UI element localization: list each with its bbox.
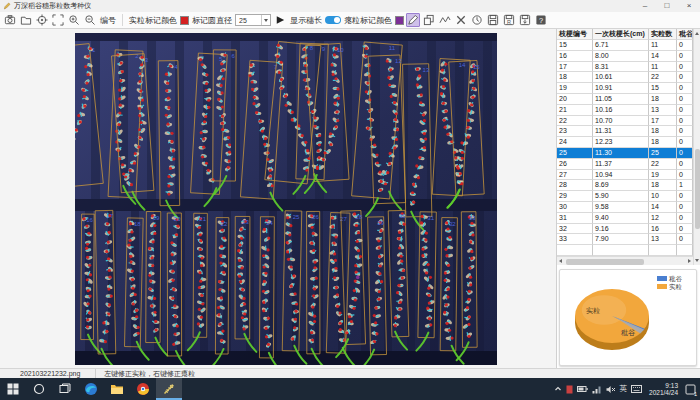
language-indicator[interactable]: 英 bbox=[620, 384, 628, 394]
save-icon[interactable] bbox=[486, 13, 500, 27]
scroll-right-icon[interactable] bbox=[688, 259, 691, 263]
number-button[interactable]: 编号 bbox=[99, 15, 117, 26]
table-cell: 7.90 bbox=[593, 234, 649, 245]
seed-analyzer-app-button[interactable] bbox=[156, 378, 182, 400]
table-row[interactable]: 2011.05180 bbox=[557, 94, 693, 105]
table-cell: 0 bbox=[677, 94, 693, 105]
table-row[interactable]: 2412.23180 bbox=[557, 137, 693, 148]
tray-expand-chevron-icon[interactable] bbox=[554, 385, 562, 393]
search-button[interactable] bbox=[26, 378, 52, 400]
column-header[interactable]: 一次枝梗长(cm) bbox=[593, 29, 649, 40]
file-explorer-icon[interactable] bbox=[104, 378, 130, 400]
filled-color-swatch[interactable] bbox=[180, 16, 189, 25]
maximize-button[interactable]: □ bbox=[656, 0, 678, 12]
delete-icon[interactable] bbox=[454, 13, 468, 27]
polyline-icon[interactable] bbox=[438, 13, 452, 27]
table-row[interactable]: 2210.70170 bbox=[557, 116, 693, 127]
table-row[interactable]: 319.40120 bbox=[557, 213, 693, 224]
svg-text:22: 22 bbox=[221, 221, 228, 227]
table-row[interactable]: 329.16160 bbox=[557, 224, 693, 235]
empty-table-row bbox=[557, 245, 693, 256]
table-cell: 29 bbox=[557, 191, 593, 202]
table-row[interactable]: 2611.37220 bbox=[557, 159, 693, 170]
table-cell: 22 bbox=[557, 116, 593, 127]
table-row[interactable]: 2311.31180 bbox=[557, 126, 693, 137]
volume-muted-icon[interactable] bbox=[606, 385, 616, 394]
table-row[interactable]: 288.69181 bbox=[557, 180, 693, 191]
vertical-scroll-thumb[interactable] bbox=[695, 149, 700, 229]
start-button[interactable] bbox=[0, 378, 26, 400]
horizontal-scroll-thumb[interactable] bbox=[566, 259, 644, 265]
clock[interactable]: 9:13 2021/4/24 bbox=[646, 382, 681, 397]
svg-text:21: 21 bbox=[199, 216, 206, 222]
empty-color-swatch[interactable] bbox=[395, 16, 404, 25]
table-row[interactable]: 309.58140 bbox=[557, 202, 693, 213]
table-cell: 14 bbox=[649, 202, 677, 213]
table-row[interactable]: 168.00140 bbox=[557, 51, 693, 62]
table-cell: 11.05 bbox=[593, 94, 649, 105]
table-row[interactable]: 337.90130 bbox=[557, 234, 693, 245]
zoom-in-icon[interactable] bbox=[67, 13, 81, 27]
table-cell: 16 bbox=[649, 224, 677, 235]
table-row[interactable]: 2710.94190 bbox=[557, 170, 693, 181]
camera-icon[interactable] bbox=[3, 13, 17, 27]
diameter-combobox[interactable]: 25 bbox=[235, 14, 271, 26]
help-icon[interactable]: ? bbox=[534, 13, 548, 27]
svg-text:16: 16 bbox=[86, 217, 93, 223]
svg-text:实粒: 实粒 bbox=[586, 307, 600, 314]
table-row[interactable]: 156.71110 bbox=[557, 40, 693, 51]
table-vertical-scrollbar[interactable] bbox=[693, 29, 700, 265]
table-cell: 0 bbox=[677, 83, 693, 94]
table-row[interactable]: 295.90100 bbox=[557, 191, 693, 202]
edge-browser-icon[interactable] bbox=[78, 378, 104, 400]
tray-app-icon[interactable] bbox=[566, 385, 573, 394]
table-cell: 32 bbox=[557, 224, 593, 235]
touch-keyboard-icon[interactable] bbox=[631, 385, 642, 393]
table-row[interactable]: 178.31110 bbox=[557, 62, 693, 73]
table-row[interactable]: 1810.61220 bbox=[557, 72, 693, 83]
chevron-down-icon[interactable] bbox=[261, 15, 270, 25]
panicle-photo[interactable]: 1234567891011121314151617181920212223242… bbox=[75, 33, 497, 365]
table-horizontal-scrollbar[interactable] bbox=[557, 256, 693, 265]
empty-color-label: 瘪粒标记颜色 bbox=[343, 15, 393, 26]
column-header[interactable]: 枝梗编号 bbox=[557, 29, 593, 40]
pencil-tool-icon[interactable] bbox=[406, 13, 420, 27]
browser-icon[interactable] bbox=[130, 378, 156, 400]
scroll-left-icon[interactable] bbox=[559, 259, 562, 263]
show-length-toggle[interactable] bbox=[325, 16, 341, 24]
table-cell: 12 bbox=[649, 213, 677, 224]
mouse-hint: 左键修正实粒，右键修正瘪粒 bbox=[96, 369, 195, 379]
table-row[interactable]: 2511.30250 bbox=[557, 148, 693, 159]
network-icon[interactable] bbox=[592, 385, 602, 394]
table-cell: 0 bbox=[677, 40, 693, 51]
column-header[interactable]: 秕谷数 bbox=[677, 29, 693, 40]
notification-center-icon[interactable]: 1 bbox=[685, 384, 696, 395]
zoom-out-icon[interactable] bbox=[83, 13, 97, 27]
save-image-icon[interactable] bbox=[518, 13, 532, 27]
task-view-button[interactable] bbox=[52, 378, 78, 400]
grain-table[interactable]: 枝梗编号一次枝梗长(cm)实粒数秕谷数156.71110168.00140178… bbox=[557, 29, 693, 256]
save-report-icon[interactable]: R bbox=[502, 13, 516, 27]
svg-text:33: 33 bbox=[469, 215, 476, 221]
table-cell: 0 bbox=[677, 148, 693, 159]
target-icon[interactable] bbox=[35, 13, 49, 27]
copy-icon[interactable] bbox=[422, 13, 436, 27]
table-row[interactable]: 1910.91150 bbox=[557, 83, 693, 94]
close-button[interactable]: × bbox=[678, 0, 700, 12]
table-row[interactable]: 2110.16130 bbox=[557, 105, 693, 116]
table-cell: 0 bbox=[677, 191, 693, 202]
history-icon[interactable] bbox=[470, 13, 484, 27]
open-folder-icon[interactable] bbox=[19, 13, 33, 27]
play-button[interactable] bbox=[273, 13, 287, 27]
fit-screen-icon[interactable] bbox=[51, 13, 65, 27]
table-cell: 15 bbox=[649, 83, 677, 94]
scroll-down-icon[interactable] bbox=[695, 259, 699, 262]
table-cell: 19 bbox=[557, 83, 593, 94]
image-canvas-panel[interactable]: 1234567891011121314151617181920212223242… bbox=[0, 29, 557, 368]
table-cell: 28 bbox=[557, 180, 593, 191]
table-cell: 11.30 bbox=[593, 148, 649, 159]
column-header[interactable]: 实粒数 bbox=[649, 29, 677, 40]
battery-icon[interactable] bbox=[577, 385, 588, 393]
minimize-button[interactable]: – bbox=[634, 0, 656, 12]
scroll-up-icon[interactable] bbox=[695, 32, 699, 35]
